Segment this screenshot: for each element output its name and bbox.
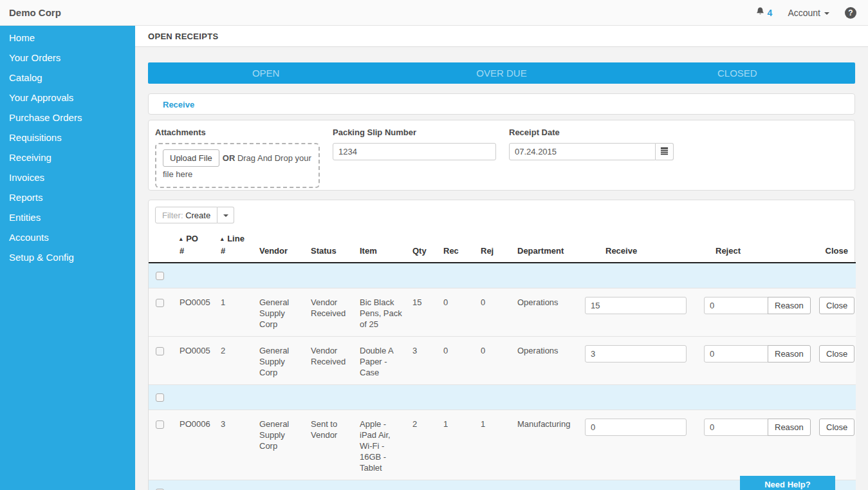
row-select-checkbox[interactable] bbox=[156, 347, 164, 355]
receive-link[interactable]: Receive bbox=[163, 100, 194, 109]
account-menu[interactable]: Account bbox=[788, 8, 829, 18]
cell-rej: 0 bbox=[476, 288, 512, 337]
page-title: OPEN RECEIPTS bbox=[135, 26, 868, 47]
sidebar-item-receiving[interactable]: Receiving bbox=[0, 147, 135, 167]
question-icon: ? bbox=[848, 8, 853, 17]
cell-po: PO0005 bbox=[174, 288, 216, 337]
cell-reject: Reason bbox=[699, 288, 811, 337]
filter-button[interactable]: Filter: Create bbox=[155, 207, 217, 223]
sidebar-item-reports[interactable]: Reports bbox=[0, 187, 135, 207]
cell-close: Close bbox=[811, 337, 856, 385]
account-label: Account bbox=[788, 8, 820, 18]
row-select-checkbox[interactable] bbox=[156, 420, 164, 429]
col-header-qty: Qty bbox=[407, 229, 438, 263]
sidebar-item-home[interactable]: Home bbox=[0, 28, 135, 48]
receive-qty-input[interactable] bbox=[585, 297, 687, 314]
need-help-button[interactable]: Need Help? bbox=[740, 476, 835, 490]
notification-count: 4 bbox=[768, 8, 773, 18]
sidebar-item-invoices[interactable]: Invoices bbox=[0, 167, 135, 187]
table-row: PO00051General Supply CorpVendor Receive… bbox=[149, 288, 856, 337]
reason-button[interactable]: Reason bbox=[768, 419, 811, 436]
sidebar-item-accounts[interactable]: Accounts bbox=[0, 227, 135, 247]
filter-value: Create bbox=[185, 211, 210, 220]
sidebar-item-entities[interactable]: Entities bbox=[0, 207, 135, 227]
cell-receive bbox=[580, 410, 699, 480]
table-row: PO00063General Supply CorpSent to Vendor… bbox=[149, 410, 856, 480]
sidebar-item-requisitions[interactable]: Requisitions bbox=[0, 127, 135, 147]
tab-closed[interactable]: CLOSED bbox=[620, 62, 855, 84]
receipt-date-input[interactable] bbox=[509, 143, 656, 160]
cell-rej: 1 bbox=[476, 410, 512, 480]
sidebar-item-setup-config[interactable]: Setup & Config bbox=[0, 247, 135, 267]
brand: Demo Corp bbox=[0, 7, 61, 18]
filter-caret-button[interactable] bbox=[217, 207, 234, 223]
sidebar: Home Your Orders Catalog Your Approvals … bbox=[0, 26, 135, 490]
sidebar-item-your-orders[interactable]: Your Orders bbox=[0, 48, 135, 68]
sidebar-item-catalog[interactable]: Catalog bbox=[0, 68, 135, 88]
cell-reject: Reason bbox=[699, 337, 811, 385]
cell-qty: 3 bbox=[407, 337, 438, 385]
receive-qty-input[interactable] bbox=[585, 419, 687, 436]
cell-item: Double A Paper - Case bbox=[355, 337, 407, 385]
cell-receive bbox=[580, 337, 699, 385]
cell-status: Sent to Vendor bbox=[306, 410, 355, 480]
col-header-item: Item bbox=[355, 229, 407, 263]
group-select-checkbox[interactable] bbox=[156, 393, 164, 402]
cell-item: Apple - iPad Air, Wi-Fi - 16GB - Tablet bbox=[355, 410, 407, 480]
or-label: OR bbox=[223, 153, 235, 163]
receive-qty-input[interactable] bbox=[585, 345, 687, 363]
sidebar-item-your-approvals[interactable]: Your Approvals bbox=[0, 88, 135, 108]
group-select-checkbox[interactable] bbox=[156, 272, 164, 280]
receipts-table: ▴ PO#▴ Line#VendorStatusItemQtyRecRejDep… bbox=[149, 229, 856, 490]
tab-open[interactable]: OPEN bbox=[148, 62, 383, 84]
reason-button[interactable]: Reason bbox=[768, 297, 811, 314]
chevron-down-icon bbox=[824, 12, 829, 15]
col-header-receive: Receive bbox=[580, 229, 699, 263]
row-select-checkbox[interactable] bbox=[156, 299, 164, 307]
col-header-reject: Reject bbox=[699, 229, 811, 263]
col-header-line[interactable]: ▴ Line# bbox=[216, 229, 254, 263]
cell-department: Manufacturing bbox=[512, 410, 580, 480]
receipt-form-panel: Attachments Upload FileOR Drag And Drop … bbox=[148, 120, 855, 191]
packing-slip-input[interactable] bbox=[333, 143, 496, 160]
tab-over-due[interactable]: OVER DUE bbox=[383, 62, 619, 84]
bell-icon bbox=[755, 6, 765, 19]
reject-qty-input[interactable] bbox=[704, 297, 768, 314]
cell-vendor: General Supply Corp bbox=[254, 410, 306, 480]
calendar-button[interactable] bbox=[656, 143, 674, 160]
help-button[interactable]: ? bbox=[845, 7, 856, 19]
cell-status: Vendor Received bbox=[306, 288, 355, 337]
group-row bbox=[149, 385, 856, 410]
cell-close: Close bbox=[811, 410, 856, 480]
file-dropzone[interactable]: Upload FileOR Drag And Drop your file he… bbox=[155, 143, 320, 188]
cell-select bbox=[149, 288, 174, 337]
close-row-button[interactable]: Close bbox=[819, 419, 854, 436]
cell-vendor: General Supply Corp bbox=[254, 288, 306, 337]
packing-slip-label: Packing Slip Number bbox=[333, 127, 496, 137]
col-header-status: Status bbox=[306, 229, 355, 263]
cell-rec: 1 bbox=[438, 410, 476, 480]
cell-rec: 0 bbox=[438, 337, 476, 385]
cell-reject: Reason bbox=[699, 410, 811, 480]
col-header-department: Department bbox=[512, 229, 580, 263]
reason-button[interactable]: Reason bbox=[768, 345, 811, 363]
col-header-vendor: Vendor bbox=[254, 229, 306, 263]
upload-file-button[interactable]: Upload File bbox=[163, 149, 219, 167]
sort-asc-icon: ▴ bbox=[180, 236, 183, 242]
sidebar-item-purchase-orders[interactable]: Purchase Orders bbox=[0, 108, 135, 127]
close-row-button[interactable]: Close bbox=[819, 297, 854, 314]
notifications-button[interactable]: 4 bbox=[755, 6, 773, 19]
cell-select bbox=[149, 337, 174, 385]
topbar: Demo Corp 4 Account ? bbox=[0, 0, 868, 26]
table-row: PO00052General Supply CorpVendor Receive… bbox=[149, 337, 856, 385]
main-content: OPEN RECEIPTS OPEN OVER DUE CLOSED Recei… bbox=[135, 26, 868, 490]
reject-qty-input[interactable] bbox=[704, 419, 768, 436]
close-row-button[interactable]: Close bbox=[819, 345, 854, 363]
cell-po: PO0005 bbox=[174, 337, 216, 385]
cell-item: Bic Black Pens, Pack of 25 bbox=[355, 288, 407, 337]
col-header-rej: Rej bbox=[476, 229, 512, 263]
receive-bar: Receive bbox=[148, 93, 855, 115]
topbar-right: 4 Account ? bbox=[755, 6, 868, 19]
col-header-po[interactable]: ▴ PO# bbox=[174, 229, 216, 263]
reject-qty-input[interactable] bbox=[704, 345, 768, 363]
